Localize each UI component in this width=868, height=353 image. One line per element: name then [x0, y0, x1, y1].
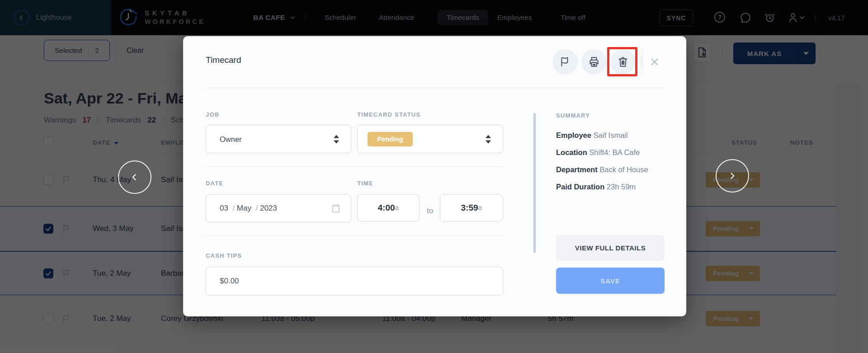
close-icon [650, 57, 660, 67]
status-badge: Pending [368, 132, 413, 146]
stepper-arrows-icon[interactable] [334, 135, 339, 143]
date-input[interactable]: 03 / May / 2023 [206, 194, 351, 222]
next-timecard-button[interactable] [716, 159, 749, 193]
stepper-arrows-icon[interactable] [486, 135, 491, 143]
chevron-left-icon [130, 173, 139, 182]
timecard-status-label: TIMECARD STATUS [357, 111, 420, 118]
calendar-icon[interactable] [331, 203, 341, 213]
summary-heading: SUMMARY [556, 112, 590, 119]
summary-employee: Employee Saif Ismail [556, 131, 628, 140]
summary-department: Department Back of House [556, 165, 648, 174]
previous-timecard-button[interactable] [118, 160, 151, 194]
view-full-details-button[interactable]: VIEW FULL DETAILS [556, 235, 665, 261]
timecard-status-select[interactable]: Pending [357, 125, 503, 153]
job-select[interactable]: Owner [206, 125, 351, 153]
app-screen: Lighthouse SKYTAB WORKFORCE BA CAFE | Sc… [0, 0, 868, 353]
flag-timecard-button[interactable] [552, 49, 578, 75]
summary-paid-duration: Paid Duration 23h 59m [556, 183, 636, 191]
chevron-right-icon [728, 171, 737, 180]
print-icon [588, 56, 600, 68]
save-button[interactable]: SAVE [556, 268, 665, 294]
annotation-highlight-box [607, 47, 637, 76]
summary-location: Location Shift4: BA Cafe [556, 148, 640, 157]
modal-scrollbar-thumb[interactable] [533, 113, 536, 253]
time-end-input[interactable]: 3:59a [440, 194, 503, 221]
flag-icon [559, 56, 571, 68]
date-label: DATE [206, 180, 223, 187]
close-modal-button[interactable] [649, 56, 660, 67]
time-label: TIME [357, 180, 373, 187]
print-button[interactable] [581, 49, 607, 75]
modal-title: Timecard [206, 55, 241, 65]
timecard-modal: Timecard JOB Owner TIMECARD STATUS Pendi… [183, 36, 686, 316]
cash-tips-label: CASH TIPS [206, 252, 242, 259]
job-label: JOB [206, 111, 219, 118]
time-start-input[interactable]: 4:00a [357, 194, 420, 221]
cash-tips-input[interactable]: $0.00 [206, 267, 503, 296]
time-to-label: to [423, 207, 437, 216]
